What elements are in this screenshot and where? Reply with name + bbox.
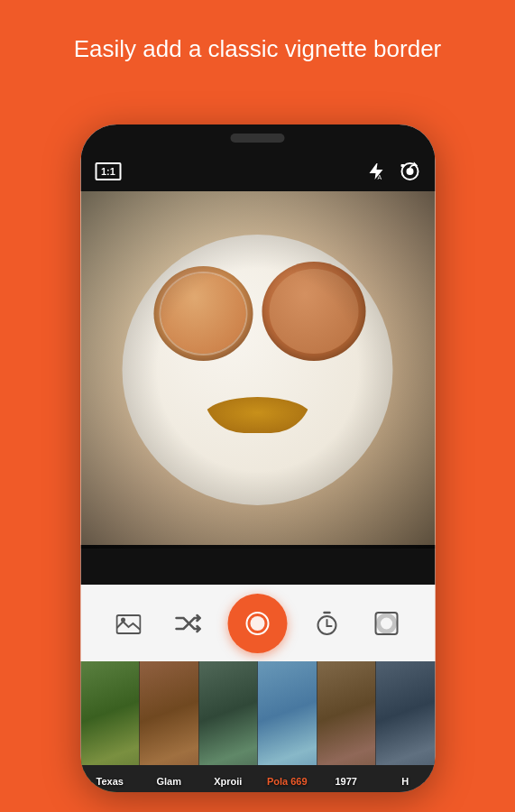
gallery-button[interactable] xyxy=(108,604,148,643)
svg-rect-3 xyxy=(400,164,404,167)
filter-label-1977: 1977 xyxy=(336,776,357,792)
header-title: Easily add a classic vignette border xyxy=(0,34,515,65)
flash-auto-icon[interactable]: A xyxy=(364,161,384,181)
pancake-right xyxy=(262,262,366,361)
filter-label-glam: Glam xyxy=(156,776,181,792)
filter-label-h: H xyxy=(401,776,409,792)
svg-point-2 xyxy=(406,168,413,175)
pancake-scene xyxy=(105,217,411,523)
timer-button[interactable] xyxy=(308,604,347,643)
phone-bottom xyxy=(80,765,435,792)
phone-frame: 1:1 A xyxy=(80,125,435,792)
shuffle-button[interactable] xyxy=(168,604,207,643)
svg-point-7 xyxy=(250,616,264,631)
svg-point-10 xyxy=(379,615,395,632)
camera-toolbar: 1:1 A xyxy=(80,152,435,191)
viewfinder xyxy=(80,191,435,549)
filter-label-xproii: Xproii xyxy=(214,776,242,792)
svg-text:A: A xyxy=(377,174,382,180)
vignette-button[interactable] xyxy=(367,604,407,643)
controls-bar xyxy=(80,585,435,661)
filter-label-texas: Texas xyxy=(97,776,124,792)
plate xyxy=(123,235,393,505)
bottom-strip xyxy=(80,545,435,585)
pancake-left xyxy=(154,266,253,361)
aspect-ratio-badge[interactable]: 1:1 xyxy=(95,162,122,180)
phone-top-bar xyxy=(80,125,435,152)
shutter-button[interactable] xyxy=(227,594,287,653)
filter-label-pola669: Pola 669 xyxy=(267,776,308,792)
camera-flip-icon[interactable] xyxy=(399,161,420,182)
